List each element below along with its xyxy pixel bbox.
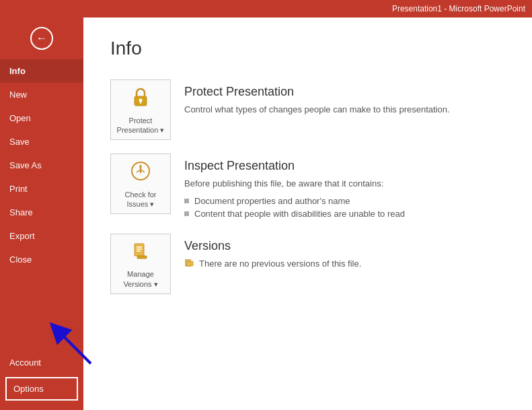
versions-button[interactable]: ManageVersions ▾ (110, 234, 171, 294)
versions-icon (128, 238, 153, 265)
svg-point-4 (140, 165, 142, 167)
svg-rect-6 (137, 256, 147, 259)
sidebar-item-print[interactable]: Print (0, 177, 83, 201)
inspect-desc: Before publishing this file, be aware th… (184, 177, 505, 191)
bullet-square (184, 211, 189, 216)
versions-text: Versions There are no previous versions … (184, 234, 505, 271)
lock-icon (128, 85, 153, 112)
inspect-bullets: Document properties and author's name Co… (184, 195, 505, 220)
protect-section: ProtectPresentation ▾ Protect Presentati… (110, 79, 505, 140)
svg-rect-11 (187, 261, 193, 266)
sidebar-item-close[interactable]: Close (0, 248, 83, 271)
protect-text: Protect Presentation Control what types … (184, 79, 505, 116)
inspect-icon (128, 159, 153, 186)
inspect-section: Check forIssues ▾ Inspect Presentation B… (110, 153, 505, 220)
protect-button[interactable]: ProtectPresentation ▾ (110, 79, 171, 140)
sidebar-item-save-as[interactable]: Save As (0, 153, 83, 177)
protect-desc: Control what types of changes people can… (184, 103, 505, 116)
inspect-button[interactable]: Check forIssues ▾ (110, 153, 171, 214)
sidebar-item-account[interactable]: Account (0, 351, 83, 374)
sidebar-item-open[interactable]: Open (0, 106, 83, 130)
versions-icon-label: ManageVersions ▾ (123, 269, 157, 289)
inspect-icon-label: Check forIssues ▾ (124, 190, 156, 209)
versions-desc: There are no previous versions of this f… (184, 257, 505, 271)
versions-title: Versions (184, 239, 505, 253)
sidebar-item-save[interactable]: Save (0, 130, 83, 153)
versions-small-icon (184, 259, 194, 268)
versions-section: ManageVersions ▾ Versions There are no p… (110, 234, 505, 294)
bullet-square (184, 199, 189, 203)
svg-rect-2 (140, 101, 141, 104)
bullet-item: Document properties and author's name (184, 195, 505, 207)
svg-rect-5 (135, 244, 144, 256)
inspect-text: Inspect Presentation Before publishing t… (184, 153, 505, 220)
sidebar: ← Info New Open Save Save As Print Share… (0, 18, 83, 410)
back-button[interactable]: ← (0, 18, 83, 59)
sidebar-item-share[interactable]: Share (0, 201, 83, 224)
sidebar-item-info[interactable]: Info (0, 59, 83, 83)
sidebar-item-new[interactable]: New (0, 83, 83, 106)
sidebar-item-export[interactable]: Export (0, 224, 83, 248)
protect-icon-label: ProtectPresentation ▾ (117, 116, 165, 135)
inspect-title: Inspect Presentation (184, 159, 505, 173)
protect-title: Protect Presentation (184, 85, 505, 99)
back-circle-icon: ← (30, 27, 53, 50)
title-bar-text: Presentation1 - Microsoft PowerPoint (392, 4, 525, 13)
page-title: Info (110, 38, 505, 59)
bullet-item: Content that people with disabilities ar… (184, 207, 505, 220)
main-content: Info ProtectPresentation ▾ Protect Prese… (83, 18, 532, 410)
bullet-text: Content that people with disabilities ar… (194, 209, 405, 219)
bullet-text: Document properties and author's name (194, 196, 350, 206)
sidebar-item-options[interactable]: Options (5, 377, 78, 401)
